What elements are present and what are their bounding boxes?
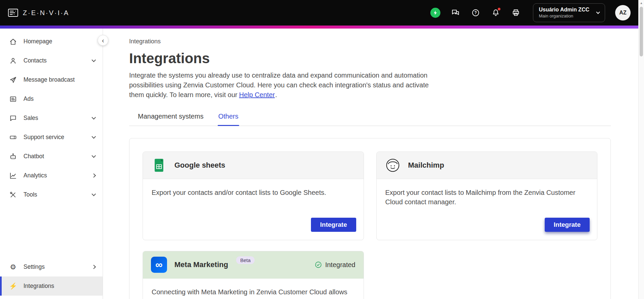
chatbot-icon bbox=[9, 152, 17, 161]
sidebar-item-chatbot[interactable]: Chatbot bbox=[0, 147, 103, 166]
integrate-button[interactable]: Integrate bbox=[311, 218, 356, 232]
sidebar-item-contacts[interactable]: Contacts bbox=[0, 51, 103, 70]
card-title: Google sheets bbox=[174, 161, 225, 170]
sidebar-item-analytics[interactable]: Analytics bbox=[0, 166, 103, 185]
meta-icon: ∞ bbox=[151, 257, 167, 273]
sidebar-item-homepage[interactable]: Homepage bbox=[0, 32, 103, 51]
sidebar-item-settings[interactable]: ⚙ Settings bbox=[0, 257, 103, 276]
integration-card-google-sheets: Google sheets Export your contacts and/o… bbox=[143, 152, 364, 240]
tab-bar: Management systems Others bbox=[129, 113, 611, 126]
sales-icon bbox=[9, 114, 17, 123]
chevron-down-icon bbox=[92, 192, 96, 196]
bolt-icon bbox=[432, 10, 438, 16]
sidebar-item-label: Integrations bbox=[23, 283, 95, 290]
sidebar-item-integrations[interactable]: ⚡ Integrations bbox=[0, 276, 103, 296]
chevron-right-icon bbox=[92, 173, 96, 178]
sidebar-item-label: Chatbot bbox=[23, 153, 86, 160]
breadcrumb: Integrations bbox=[129, 38, 611, 45]
card-header: Mailchimp bbox=[377, 152, 597, 179]
sidebar-item-label: Ads bbox=[23, 95, 95, 102]
status-lightning-icon[interactable] bbox=[430, 8, 440, 18]
mailchimp-icon bbox=[385, 157, 401, 173]
sidebar-item-label: Message broadcast bbox=[23, 76, 95, 83]
sidebar-item-support-service[interactable]: Support service bbox=[0, 128, 103, 147]
sidebar-nav: Homepage Contacts Message broadcast bbox=[0, 32, 103, 204]
notification-badge bbox=[497, 7, 501, 11]
integrate-button[interactable]: Integrate bbox=[545, 218, 590, 232]
tab-management-systems[interactable]: Management systems bbox=[137, 113, 204, 126]
chevron-down-icon bbox=[92, 134, 96, 139]
help-center-link[interactable]: Help Center bbox=[239, 91, 275, 98]
page-scrollbar[interactable]: ▲ bbox=[638, 0, 644, 299]
intro-text-end: . bbox=[275, 91, 277, 98]
sidebar-item-sales[interactable]: Sales bbox=[0, 109, 103, 128]
scrollbar-thumb[interactable] bbox=[640, 7, 643, 56]
card-header: ∞ Meta Marketing Beta Integrated bbox=[143, 251, 364, 279]
help-icon[interactable]: ? bbox=[471, 8, 481, 18]
topbar-actions: ? Usuário Admin ZCC Main organization bbox=[430, 3, 631, 22]
page-title: Integrations bbox=[129, 50, 611, 67]
check-circle-icon bbox=[315, 261, 322, 268]
card-footer: Integrate bbox=[377, 212, 597, 240]
chevron-down-icon bbox=[92, 58, 96, 62]
sidebar-item-message-broadcast[interactable]: Message broadcast bbox=[0, 70, 103, 89]
app-body: ‹ Homepage Contacts Message br bbox=[0, 29, 644, 299]
user-name: Usuário Admin ZCC bbox=[539, 6, 589, 13]
integration-card-meta-marketing: ∞ Meta Marketing Beta Integrated bbox=[143, 251, 364, 299]
ticket-icon bbox=[9, 133, 17, 142]
scroll-up-arrow-icon[interactable]: ▲ bbox=[639, 0, 644, 5]
integration-card-mailchimp: Mailchimp Export your contact lists to M… bbox=[376, 152, 598, 240]
integrated-status-label: Integrated bbox=[325, 261, 355, 269]
printer-icon[interactable] bbox=[511, 8, 521, 18]
contacts-icon bbox=[9, 56, 17, 65]
zenvia-logo-icon bbox=[7, 7, 19, 18]
broadcast-send-icon bbox=[9, 76, 17, 84]
page-description: Integrate the systems you already use to… bbox=[129, 71, 436, 100]
gear-icon: ⚙ bbox=[9, 263, 17, 271]
sidebar-item-label: Homepage bbox=[23, 38, 95, 45]
sidebar-item-label: Tools bbox=[23, 191, 86, 198]
sidebar-item-label: Sales bbox=[23, 115, 86, 122]
sidebar-item-tools[interactable]: Tools bbox=[0, 185, 103, 204]
card-title: Meta Marketing bbox=[174, 260, 228, 269]
card-description: Export your contacts and/or contact list… bbox=[143, 179, 364, 212]
integrated-status: Integrated bbox=[315, 261, 355, 269]
card-footer: Integrate bbox=[143, 212, 364, 240]
google-sheets-icon bbox=[151, 157, 167, 173]
card-description: Connecting with Meta Marketing in Zenvia… bbox=[143, 279, 364, 299]
chat-icon[interactable] bbox=[450, 8, 461, 18]
analytics-chart-icon bbox=[9, 171, 17, 180]
sidebar: Homepage Contacts Message broadcast bbox=[0, 29, 103, 299]
card-title: Mailchimp bbox=[408, 161, 444, 170]
main-content: Integrations Integrations Integrate the … bbox=[103, 29, 644, 299]
chevron-down-icon bbox=[92, 115, 96, 120]
sidebar-item-label: Support service bbox=[23, 134, 86, 141]
sidebar-item-label: Contacts bbox=[23, 57, 86, 64]
tab-others[interactable]: Others bbox=[218, 113, 239, 126]
card-description: Export your contact lists to Mailchimp f… bbox=[377, 179, 597, 212]
organization-selector[interactable]: Usuário Admin ZCC Main organization bbox=[533, 3, 605, 22]
card-header: Google sheets bbox=[143, 152, 364, 179]
topbar: Z·E·N·V·I·A ? bbox=[0, 0, 644, 26]
user-info: Usuário Admin ZCC Main organization bbox=[539, 6, 589, 19]
sidebar-bottom-nav: ⚙ Settings ⚡ Integrations bbox=[0, 257, 103, 299]
brand-gradient-bar bbox=[0, 26, 644, 29]
tools-icon bbox=[9, 190, 17, 199]
chevron-down-icon bbox=[92, 154, 96, 158]
integrations-panel: Google sheets Export your contacts and/o… bbox=[129, 138, 611, 299]
svg-text:?: ? bbox=[475, 10, 477, 15]
beta-badge: Beta bbox=[236, 256, 255, 264]
sidebar-item-label: Analytics bbox=[23, 172, 86, 179]
brand-name: Z·E·N·V·I·A bbox=[23, 9, 69, 17]
lightning-icon: ⚡ bbox=[9, 282, 17, 291]
sidebar-item-label: Settings bbox=[23, 263, 86, 270]
avatar[interactable]: AZ bbox=[615, 5, 631, 20]
integration-cards: Google sheets Export your contacts and/o… bbox=[143, 152, 597, 299]
notifications-bell-icon[interactable] bbox=[491, 8, 501, 18]
sidebar-collapse-button[interactable]: ‹ bbox=[98, 35, 108, 46]
sidebar-item-ads[interactable]: Ads bbox=[0, 89, 103, 109]
intro-text: Integrate the systems you already use to… bbox=[129, 72, 429, 98]
ads-icon bbox=[9, 95, 17, 103]
zenvia-logo[interactable]: Z·E·N·V·I·A bbox=[7, 7, 69, 18]
home-icon bbox=[9, 37, 17, 46]
